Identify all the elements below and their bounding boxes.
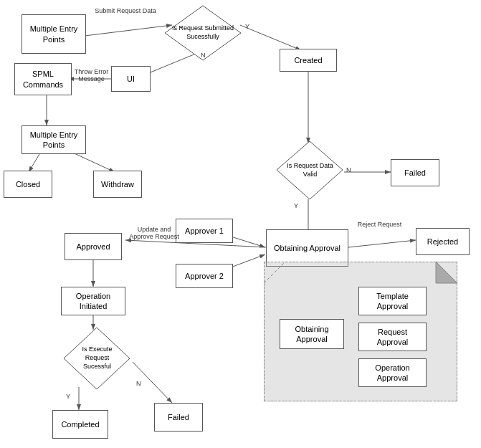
multiple-entry-1: Multiple Entry Points: [22, 14, 86, 54]
label-y3: Y: [66, 393, 70, 400]
multiple-entry-2: Multiple Entry Points: [22, 125, 86, 154]
label-update-approve: Update and Approve Request: [125, 226, 183, 240]
request-approval-box: Request Approval: [358, 323, 427, 351]
rejected-box: Rejected: [416, 228, 470, 255]
approver2-box: Approver 2: [176, 264, 233, 288]
label-y1: Y: [245, 23, 249, 30]
failed-2-box: Failed: [154, 403, 203, 432]
diamond-valid-label: Is Request Data Valid: [276, 140, 344, 201]
svg-line-13: [348, 240, 416, 247]
withdraw-box: Withdraw: [93, 171, 142, 198]
completed-box: Completed: [52, 410, 108, 439]
operation-initiated-box: Operation Initiated: [61, 287, 125, 315]
diamond-submitted: Is Request Submitted Sucessfully: [163, 4, 242, 62]
created-box: Created: [280, 49, 337, 72]
diamond-submitted-label: Is Request Submitted Sucessfully: [163, 4, 242, 62]
label-y2: Y: [294, 202, 298, 209]
flowchart-diagram: Multiple Entry Points Is Request Submitt…: [0, 0, 481, 448]
operation-approval-box: Operation Approval: [358, 358, 427, 387]
label-throw-error: Throw Error Message: [72, 68, 111, 82]
approved-box: Approved: [65, 233, 122, 260]
closed-box: Closed: [4, 171, 52, 198]
template-approval-box: Template Approval: [358, 287, 427, 315]
label-reject-request: Reject Request: [353, 221, 406, 228]
spml-commands: SPML Commands: [14, 63, 72, 95]
diamond-execute: Is Execute Request Sucessful: [63, 326, 131, 391]
svg-line-1: [85, 25, 172, 36]
approver1-box: Approver 1: [176, 219, 233, 243]
label-n3: N: [136, 380, 141, 387]
label-n2: N: [346, 166, 351, 173]
obtaining-approval-inner: Obtaining Approval: [280, 319, 344, 349]
ui-box: UI: [111, 66, 151, 92]
diamond-valid: Is Request Data Valid: [276, 140, 344, 201]
failed-1-box: Failed: [391, 159, 439, 186]
label-submit-request: Submit Request Data: [93, 7, 158, 14]
diamond-execute-label: Is Execute Request Sucessful: [63, 326, 131, 391]
